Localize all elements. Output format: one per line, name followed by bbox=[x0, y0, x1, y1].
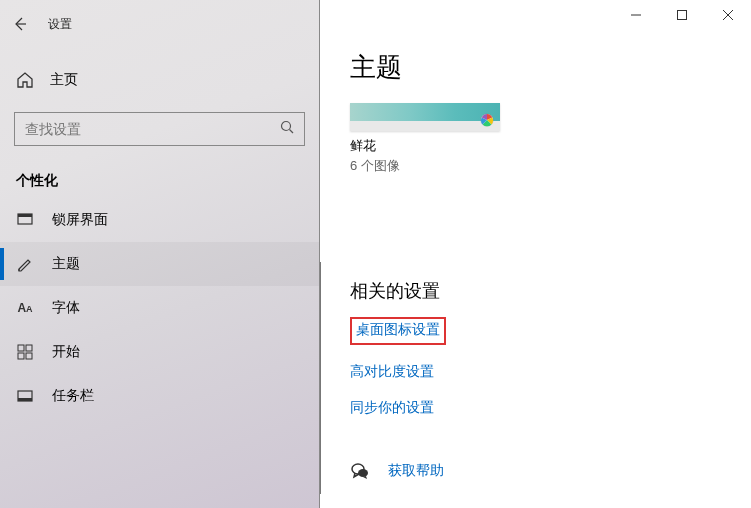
help-link[interactable]: 获取帮助 bbox=[388, 462, 444, 480]
start-icon bbox=[16, 343, 34, 361]
sidebar-item-themes[interactable]: 主题 bbox=[0, 242, 319, 286]
search-icon bbox=[280, 120, 295, 138]
settings-window: 设置 主页 个性化 锁屏界面 主题 bbox=[0, 0, 751, 508]
svg-rect-7 bbox=[26, 345, 32, 351]
themes-icon bbox=[16, 255, 34, 273]
svg-line-2 bbox=[290, 130, 294, 134]
sidebar-home[interactable]: 主页 bbox=[0, 60, 319, 100]
sidebar-item-label: 字体 bbox=[52, 299, 80, 317]
sidebar-item-label: 锁屏界面 bbox=[52, 211, 108, 229]
link-row: 同步你的设置 bbox=[350, 399, 751, 417]
sidebar-item-lockscreen[interactable]: 锁屏界面 bbox=[0, 198, 319, 242]
back-button[interactable] bbox=[10, 14, 30, 34]
theme-subtitle: 6 个图像 bbox=[350, 157, 500, 175]
minimize-button[interactable] bbox=[613, 0, 659, 30]
theme-thumbnail bbox=[350, 103, 500, 131]
svg-rect-9 bbox=[26, 353, 32, 359]
svg-rect-13 bbox=[678, 11, 687, 20]
palette-icon bbox=[480, 113, 494, 127]
svg-point-1 bbox=[282, 122, 291, 131]
sidebar-item-label: 任务栏 bbox=[52, 387, 94, 405]
search-wrap bbox=[14, 112, 305, 146]
help-icon bbox=[350, 461, 370, 481]
close-icon bbox=[723, 10, 733, 20]
link-desktop-icons[interactable]: 桌面图标设置 bbox=[356, 321, 440, 337]
sidebar-item-fonts[interactable]: AA 字体 bbox=[0, 286, 319, 330]
link-row: 桌面图标设置 bbox=[350, 317, 751, 345]
svg-rect-4 bbox=[18, 214, 32, 217]
titlebar-left: 设置 bbox=[0, 8, 319, 40]
link-high-contrast[interactable]: 高对比度设置 bbox=[350, 363, 434, 379]
app-title: 设置 bbox=[48, 16, 72, 33]
link-row: 高对比度设置 bbox=[350, 363, 751, 381]
sidebar-item-label: 开始 bbox=[52, 343, 80, 361]
svg-point-18 bbox=[358, 469, 368, 477]
theme-tile[interactable]: 鲜花 6 个图像 bbox=[350, 103, 500, 175]
lockscreen-icon bbox=[16, 211, 34, 229]
link-highlight-box: 桌面图标设置 bbox=[350, 317, 446, 345]
content-divider bbox=[320, 262, 321, 494]
link-sync-settings[interactable]: 同步你的设置 bbox=[350, 399, 434, 415]
maximize-button[interactable] bbox=[659, 0, 705, 30]
close-button[interactable] bbox=[705, 0, 751, 30]
sidebar-item-label: 主题 bbox=[52, 255, 80, 273]
content-area: 主题 鲜花 6 个图像 相关的设置 桌面图标设置 高对比度设 bbox=[320, 0, 751, 508]
window-controls bbox=[613, 0, 751, 30]
svg-rect-8 bbox=[18, 353, 24, 359]
sidebar: 设置 主页 个性化 锁屏界面 主题 bbox=[0, 0, 320, 508]
arrow-left-icon bbox=[12, 16, 28, 32]
sidebar-home-label: 主页 bbox=[50, 71, 78, 89]
fonts-icon: AA bbox=[16, 299, 34, 317]
svg-rect-11 bbox=[18, 398, 32, 401]
minimize-icon bbox=[631, 10, 641, 20]
sidebar-item-taskbar[interactable]: 任务栏 bbox=[0, 374, 319, 418]
sidebar-item-start[interactable]: 开始 bbox=[0, 330, 319, 374]
related-settings-title: 相关的设置 bbox=[350, 279, 751, 303]
page-title: 主题 bbox=[350, 50, 751, 85]
help-row: 获取帮助 bbox=[350, 461, 751, 481]
maximize-icon bbox=[677, 10, 687, 20]
svg-rect-6 bbox=[18, 345, 24, 351]
search-input[interactable] bbox=[14, 112, 305, 146]
home-icon bbox=[16, 71, 34, 89]
sidebar-section-title: 个性化 bbox=[16, 172, 319, 190]
taskbar-icon bbox=[16, 387, 34, 405]
theme-name: 鲜花 bbox=[350, 137, 500, 155]
